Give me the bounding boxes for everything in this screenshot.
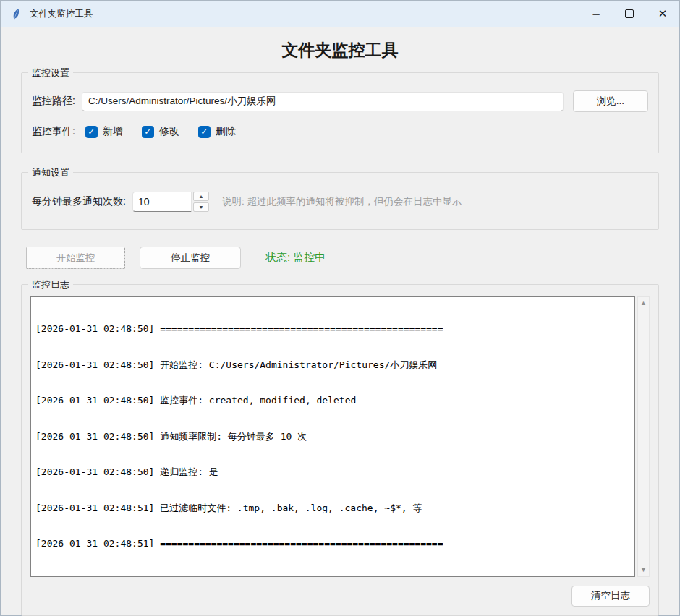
close-button[interactable]: ✕ <box>646 1 679 27</box>
log-line: [2026-01-31 02:48:50] ==================… <box>35 323 630 335</box>
app-feather-icon <box>10 8 22 20</box>
minimize-icon: ─ <box>592 9 599 20</box>
log-line: [2026-01-31 02:48:50] 递归监控: 是 <box>35 466 630 479</box>
spin-up-button[interactable]: ▲ <box>193 192 209 201</box>
window-controls: ─ ✕ <box>579 1 679 27</box>
maximize-icon <box>625 9 634 18</box>
notify-settings-group: 通知设置 每分钟最多通知次数: ▲ ▼ 说明: 超过此频率的通知将被抑制，但仍会… <box>21 172 659 230</box>
log-group-label: 监控日志 <box>28 278 73 291</box>
notify-settings-group-label: 通知设置 <box>28 166 73 179</box>
path-input[interactable] <box>82 92 564 111</box>
browse-button[interactable]: 浏览... <box>573 90 648 112</box>
log-line: [2026-01-31 02:48:51] ==================… <box>35 538 630 550</box>
status-text: 状态: 监控中 <box>265 251 326 265</box>
monitor-settings-group-label: 监控设置 <box>28 67 73 80</box>
event-label-created: 新增 <box>103 125 123 138</box>
spin-down-icon: ▼ <box>198 205 203 210</box>
checkbox-checked-icon: ✓ <box>85 126 98 138</box>
controls-row: 开始监控 停止监控 状态: 监控中 <box>26 247 659 269</box>
rate-spinbox: ▲ ▼ <box>132 192 209 212</box>
clear-row: 清空日志 <box>30 586 650 607</box>
event-label-modified: 修改 <box>159 125 179 138</box>
checkbox-checked-icon: ✓ <box>198 126 211 138</box>
event-checkbox-deleted[interactable]: ✓ 删除 <box>198 125 236 138</box>
event-checkbox-modified[interactable]: ✓ 修改 <box>142 125 179 138</box>
monitor-settings-group: 监控设置 监控路径: 浏览... 监控事件: ✓ 新增 ✓ 修改 ✓ 删除 <box>21 72 659 153</box>
spin-down-button[interactable]: ▼ <box>193 202 209 212</box>
events-label: 监控事件: <box>32 125 75 138</box>
minimize-button[interactable]: ─ <box>579 1 613 27</box>
stop-monitor-button[interactable]: 停止监控 <box>140 247 241 269</box>
maximize-button[interactable] <box>613 1 646 27</box>
log-textarea[interactable]: [2026-01-31 02:48:50] ==================… <box>30 296 635 577</box>
log-line: [2026-01-31 02:48:50] 通知频率限制: 每分钟最多 10 次 <box>35 431 630 443</box>
titlebar: 文件夹监控工具 ─ ✕ <box>1 1 679 27</box>
rate-input[interactable] <box>132 192 192 212</box>
log-line: [2026-01-31 02:48:50] 开始监控: C:/Users/Adm… <box>35 359 630 372</box>
log-scrollbar[interactable]: ▲ ▼ <box>637 296 650 577</box>
rate-label: 每分钟最多通知次数: <box>32 195 126 208</box>
spin-up-icon: ▲ <box>198 194 203 199</box>
rate-row: 每分钟最多通知次数: ▲ ▼ 说明: 超过此频率的通知将被抑制，但仍会在日志中显… <box>22 173 658 229</box>
page-title: 文件夹监控工具 <box>1 27 679 72</box>
log-line: [2026-01-31 02:48:51] 已过滤临时文件: .tmp, .ba… <box>35 502 630 515</box>
path-label: 监控路径: <box>32 95 75 108</box>
log-wrap: [2026-01-31 02:48:50] ==================… <box>30 296 650 577</box>
spin-arrows: ▲ ▼ <box>193 192 209 212</box>
start-monitor-button[interactable]: 开始监控 <box>26 247 125 269</box>
event-checkbox-created[interactable]: ✓ 新增 <box>85 125 123 138</box>
event-label-deleted: 删除 <box>216 125 236 138</box>
log-group: 监控日志 [2026-01-31 02:48:50] =============… <box>21 284 659 616</box>
path-row: 监控路径: 浏览... <box>22 73 658 112</box>
app-window: 文件夹监控工具 ─ ✕ 文件夹监控工具 监控设置 监控路径: 浏览... 监控事… <box>0 0 680 616</box>
window-title: 文件夹监控工具 <box>30 8 93 20</box>
checkbox-checked-icon: ✓ <box>142 126 154 138</box>
scroll-up-icon[interactable]: ▲ <box>640 300 647 307</box>
scroll-down-icon[interactable]: ▼ <box>640 567 647 573</box>
rate-hint: 说明: 超过此频率的通知将被抑制，但仍会在日志中显示 <box>222 195 462 208</box>
events-row: 监控事件: ✓ 新增 ✓ 修改 ✓ 删除 <box>22 112 658 153</box>
clear-log-button[interactable]: 清空日志 <box>571 586 650 607</box>
close-icon: ✕ <box>658 7 668 20</box>
log-line: [2026-01-31 02:48:50] 监控事件: created, mod… <box>35 395 630 407</box>
